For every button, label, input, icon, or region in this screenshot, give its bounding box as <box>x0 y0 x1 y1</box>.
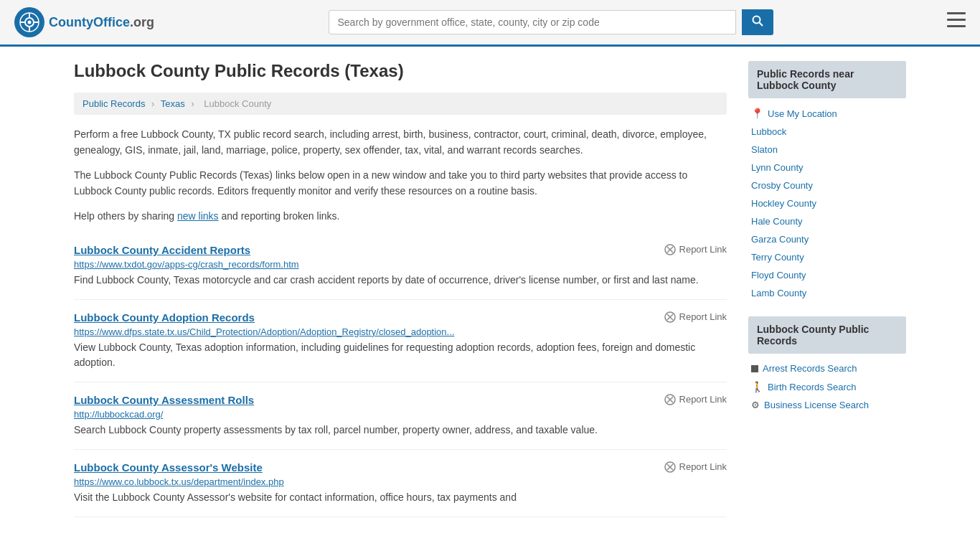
sidebar-nearby-item-3: Crosby County <box>748 176 906 194</box>
sidebar-nearby-link-0[interactable]: Lubbock <box>751 126 786 137</box>
sidebar-nearby-link-6[interactable]: Garza County <box>751 234 809 245</box>
breadcrumb-current: Lubbock County <box>204 98 271 109</box>
svg-point-6 <box>28 21 32 24</box>
description-2: The Lubbock County Public Records (Texas… <box>74 167 727 199</box>
sidebar-nearby-item-6: Garza County <box>748 230 906 248</box>
record-entry-0: Lubbock County Accident Reports Report L… <box>74 232 727 300</box>
search-bar <box>329 9 773 35</box>
record-title-0[interactable]: Lubbock County Accident Reports <box>74 244 250 256</box>
record-desc-3: Visit the Lubbock County Assessor's webs… <box>74 490 727 505</box>
sidebar-records-section: Lubbock County Public Records Arrest Rec… <box>748 316 906 414</box>
search-button[interactable] <box>742 9 773 35</box>
record-entry-1: Lubbock County Adoption Records Report L… <box>74 300 727 382</box>
svg-rect-9 <box>947 12 966 14</box>
record-title-2[interactable]: Lubbock County Assessment Rolls <box>74 394 254 406</box>
site-header: CountyOffice.org <box>0 0 980 47</box>
record-url-3[interactable]: https://www.co.lubbock.tx.us/department/… <box>74 476 727 487</box>
sidebar-nearby-link-2[interactable]: Lynn County <box>751 162 804 173</box>
search-input[interactable] <box>329 10 736 34</box>
record-url-2[interactable]: http://lubbockcad.org/ <box>74 409 727 420</box>
sidebar-records-item-0: Arrest Records Search <box>748 359 906 377</box>
sidebar-use-location[interactable]: 📍 Use My Location <box>748 104 906 123</box>
record-title-3[interactable]: Lubbock County Assessor's Website <box>74 461 263 474</box>
gear-icon-2: ⚙ <box>751 400 760 410</box>
record-desc-1: View Lubbock County, Texas adoption info… <box>74 340 727 370</box>
sidebar-nearby-item-1: Slaton <box>748 141 906 159</box>
record-entry-2: Lubbock County Assessment Rolls Report L… <box>74 382 727 450</box>
breadcrumb: Public Records › Texas › Lubbock County <box>74 93 727 115</box>
page-title: Lubbock County Public Records (Texas) <box>74 61 727 81</box>
location-pin-icon: 📍 <box>751 108 763 119</box>
sidebar-nearby-item-4: Hockley County <box>748 194 906 212</box>
logo-icon <box>14 7 44 37</box>
sidebar-nearby-item-7: Terry County <box>748 248 906 266</box>
record-title-1[interactable]: Lubbock County Adoption Records <box>74 311 255 324</box>
sidebar-nearby-link-1[interactable]: Slaton <box>751 144 778 155</box>
sidebar-nearby-link-3[interactable]: Crosby County <box>751 180 813 191</box>
sidebar-nearby-item-5: Hale County <box>748 212 906 230</box>
records-list: Lubbock County Accident Reports Report L… <box>74 232 727 517</box>
logo[interactable]: CountyOffice.org <box>14 7 154 37</box>
sidebar-nearby-header: Public Records near Lubbock County <box>748 61 906 98</box>
description-3: Help others by sharing new links and rep… <box>74 208 727 224</box>
svg-rect-11 <box>947 25 966 27</box>
report-link-0[interactable]: Report Link <box>664 244 727 255</box>
new-links-link[interactable]: new links <box>177 210 219 222</box>
report-link-2[interactable]: Report Link <box>664 394 727 405</box>
sidebar-nearby-link-7[interactable]: Terry County <box>751 252 804 263</box>
report-link-3[interactable]: Report Link <box>664 461 727 473</box>
sidebar-nearby-item-2: Lynn County <box>748 159 906 176</box>
report-link-label-2: Report Link <box>679 394 727 405</box>
record-desc-2: Search Lubbock County property assessmen… <box>74 423 727 438</box>
record-entry-3: Lubbock County Assessor's Website Report… <box>74 450 727 517</box>
sidebar-records-link-0[interactable]: Arrest Records Search <box>763 363 857 374</box>
report-link-1[interactable]: Report Link <box>664 311 727 323</box>
menu-button[interactable] <box>947 12 966 32</box>
svg-point-7 <box>753 17 760 24</box>
use-my-location-link[interactable]: Use My Location <box>768 108 837 119</box>
sidebar-nearby-link-5[interactable]: Hale County <box>751 216 803 227</box>
record-url-0[interactable]: https://www.txdot.gov/apps-cg/crash_reco… <box>74 259 727 270</box>
record-desc-0: Find Lubbock County, Texas motorcycle an… <box>74 273 727 288</box>
sidebar-nearby-link-9[interactable]: Lamb County <box>751 288 806 298</box>
content-area: Lubbock County Public Records (Texas) Pu… <box>74 61 727 517</box>
svg-line-8 <box>759 23 763 27</box>
square-icon-0 <box>751 365 758 372</box>
svg-rect-10 <box>947 19 966 21</box>
sidebar-nearby-item-8: Floyd County <box>748 266 906 284</box>
sidebar-records-links: Arrest Records Search🚶Birth Records Sear… <box>748 359 906 414</box>
sidebar-nearby-item-0: Lubbock <box>748 123 906 141</box>
breadcrumb-public-records[interactable]: Public Records <box>83 98 145 109</box>
logo-text: CountyOffice.org <box>49 15 154 30</box>
sidebar-records-item-2: ⚙Business License Search <box>748 396 906 414</box>
sidebar-nearby-link-8[interactable]: Floyd County <box>751 270 806 281</box>
report-link-label-1: Report Link <box>679 311 727 322</box>
sidebar-nearby-links: LubbockSlatonLynn CountyCrosby CountyHoc… <box>748 123 906 302</box>
sidebar-records-header: Lubbock County Public Records <box>748 316 906 354</box>
report-link-label-0: Report Link <box>679 244 727 255</box>
description-1: Perform a free Lubbock County, TX public… <box>74 126 727 159</box>
main-container: Lubbock County Public Records (Texas) Pu… <box>60 47 920 532</box>
sidebar: Public Records near Lubbock County 📍 Use… <box>748 61 906 517</box>
sidebar-records-item-1: 🚶Birth Records Search <box>748 377 906 396</box>
sidebar-nearby-item-9: Lamb County <box>748 284 906 302</box>
sidebar-records-link-1[interactable]: Birth Records Search <box>768 382 857 392</box>
person-icon-1: 🚶 <box>751 381 763 392</box>
sidebar-records-link-2[interactable]: Business License Search <box>764 400 869 410</box>
report-link-label-3: Report Link <box>679 461 727 472</box>
breadcrumb-texas[interactable]: Texas <box>161 98 185 109</box>
sidebar-nearby-link-4[interactable]: Hockley County <box>751 198 816 209</box>
sidebar-nearby-section: Public Records near Lubbock County 📍 Use… <box>748 61 906 302</box>
record-url-1[interactable]: https://www.dfps.state.tx.us/Child_Prote… <box>74 326 727 337</box>
